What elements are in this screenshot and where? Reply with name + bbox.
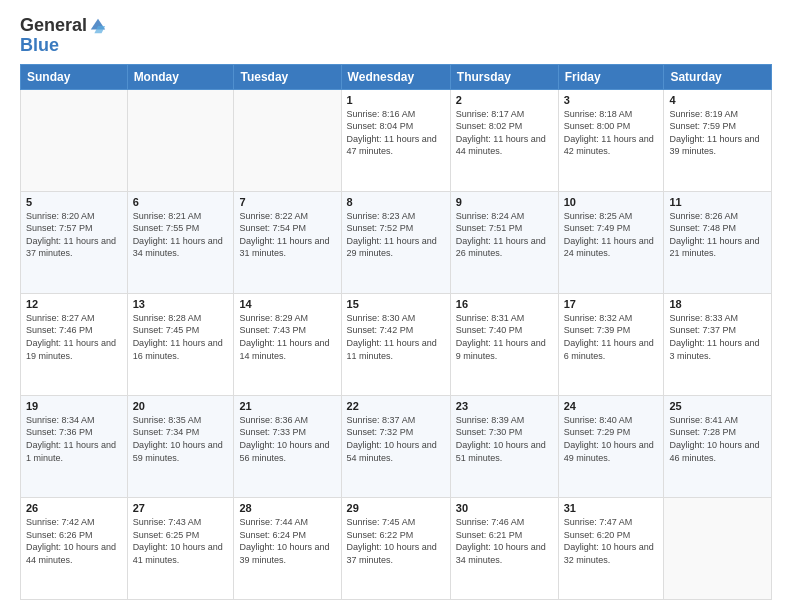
logo-icon xyxy=(89,17,107,35)
day-number: 5 xyxy=(26,196,122,208)
day-number: 29 xyxy=(347,502,445,514)
calendar-day-cell: 5Sunrise: 8:20 AM Sunset: 7:57 PM Daylig… xyxy=(21,191,128,293)
calendar-day-cell: 11Sunrise: 8:26 AM Sunset: 7:48 PM Dayli… xyxy=(664,191,772,293)
day-number: 20 xyxy=(133,400,229,412)
day-info: Sunrise: 8:20 AM Sunset: 7:57 PM Dayligh… xyxy=(26,210,122,260)
calendar-week-row: 26Sunrise: 7:42 AM Sunset: 6:26 PM Dayli… xyxy=(21,497,772,599)
day-info: Sunrise: 7:45 AM Sunset: 6:22 PM Dayligh… xyxy=(347,516,445,566)
day-number: 21 xyxy=(239,400,335,412)
calendar-day-cell: 10Sunrise: 8:25 AM Sunset: 7:49 PM Dayli… xyxy=(558,191,664,293)
calendar-week-row: 1Sunrise: 8:16 AM Sunset: 8:04 PM Daylig… xyxy=(21,89,772,191)
day-info: Sunrise: 8:16 AM Sunset: 8:04 PM Dayligh… xyxy=(347,108,445,158)
day-number: 15 xyxy=(347,298,445,310)
calendar-day-cell: 24Sunrise: 8:40 AM Sunset: 7:29 PM Dayli… xyxy=(558,395,664,497)
day-info: Sunrise: 8:24 AM Sunset: 7:51 PM Dayligh… xyxy=(456,210,553,260)
day-number: 14 xyxy=(239,298,335,310)
calendar-day-cell xyxy=(127,89,234,191)
day-info: Sunrise: 8:39 AM Sunset: 7:30 PM Dayligh… xyxy=(456,414,553,464)
day-number: 4 xyxy=(669,94,766,106)
day-of-week-header: Saturday xyxy=(664,64,772,89)
day-info: Sunrise: 8:32 AM Sunset: 7:39 PM Dayligh… xyxy=(564,312,659,362)
calendar-day-cell: 7Sunrise: 8:22 AM Sunset: 7:54 PM Daylig… xyxy=(234,191,341,293)
day-number: 3 xyxy=(564,94,659,106)
day-number: 30 xyxy=(456,502,553,514)
day-info: Sunrise: 8:27 AM Sunset: 7:46 PM Dayligh… xyxy=(26,312,122,362)
day-number: 27 xyxy=(133,502,229,514)
day-info: Sunrise: 8:30 AM Sunset: 7:42 PM Dayligh… xyxy=(347,312,445,362)
calendar-day-cell xyxy=(21,89,128,191)
day-info: Sunrise: 8:33 AM Sunset: 7:37 PM Dayligh… xyxy=(669,312,766,362)
day-of-week-header: Tuesday xyxy=(234,64,341,89)
day-number: 19 xyxy=(26,400,122,412)
day-number: 26 xyxy=(26,502,122,514)
day-number: 2 xyxy=(456,94,553,106)
calendar-day-cell: 16Sunrise: 8:31 AM Sunset: 7:40 PM Dayli… xyxy=(450,293,558,395)
calendar-day-cell xyxy=(234,89,341,191)
day-info: Sunrise: 8:22 AM Sunset: 7:54 PM Dayligh… xyxy=(239,210,335,260)
day-info: Sunrise: 8:34 AM Sunset: 7:36 PM Dayligh… xyxy=(26,414,122,464)
day-info: Sunrise: 7:47 AM Sunset: 6:20 PM Dayligh… xyxy=(564,516,659,566)
calendar-day-cell: 20Sunrise: 8:35 AM Sunset: 7:34 PM Dayli… xyxy=(127,395,234,497)
calendar-day-cell xyxy=(664,497,772,599)
calendar-day-cell: 27Sunrise: 7:43 AM Sunset: 6:25 PM Dayli… xyxy=(127,497,234,599)
calendar-day-cell: 6Sunrise: 8:21 AM Sunset: 7:55 PM Daylig… xyxy=(127,191,234,293)
day-of-week-header: Wednesday xyxy=(341,64,450,89)
logo-text-line1: General xyxy=(20,16,87,36)
day-of-week-header: Sunday xyxy=(21,64,128,89)
day-info: Sunrise: 8:28 AM Sunset: 7:45 PM Dayligh… xyxy=(133,312,229,362)
calendar-header-row: SundayMondayTuesdayWednesdayThursdayFrid… xyxy=(21,64,772,89)
calendar-day-cell: 14Sunrise: 8:29 AM Sunset: 7:43 PM Dayli… xyxy=(234,293,341,395)
day-info: Sunrise: 8:26 AM Sunset: 7:48 PM Dayligh… xyxy=(669,210,766,260)
day-number: 8 xyxy=(347,196,445,208)
day-number: 28 xyxy=(239,502,335,514)
day-info: Sunrise: 8:35 AM Sunset: 7:34 PM Dayligh… xyxy=(133,414,229,464)
day-number: 12 xyxy=(26,298,122,310)
day-info: Sunrise: 8:31 AM Sunset: 7:40 PM Dayligh… xyxy=(456,312,553,362)
day-info: Sunrise: 8:29 AM Sunset: 7:43 PM Dayligh… xyxy=(239,312,335,362)
day-of-week-header: Friday xyxy=(558,64,664,89)
calendar-day-cell: 3Sunrise: 8:18 AM Sunset: 8:00 PM Daylig… xyxy=(558,89,664,191)
calendar-day-cell: 23Sunrise: 8:39 AM Sunset: 7:30 PM Dayli… xyxy=(450,395,558,497)
calendar-week-row: 5Sunrise: 8:20 AM Sunset: 7:57 PM Daylig… xyxy=(21,191,772,293)
day-number: 16 xyxy=(456,298,553,310)
calendar-day-cell: 8Sunrise: 8:23 AM Sunset: 7:52 PM Daylig… xyxy=(341,191,450,293)
day-number: 9 xyxy=(456,196,553,208)
day-number: 6 xyxy=(133,196,229,208)
calendar-day-cell: 15Sunrise: 8:30 AM Sunset: 7:42 PM Dayli… xyxy=(341,293,450,395)
header: General Blue xyxy=(20,16,772,56)
day-info: Sunrise: 8:37 AM Sunset: 7:32 PM Dayligh… xyxy=(347,414,445,464)
calendar-day-cell: 17Sunrise: 8:32 AM Sunset: 7:39 PM Dayli… xyxy=(558,293,664,395)
calendar-day-cell: 30Sunrise: 7:46 AM Sunset: 6:21 PM Dayli… xyxy=(450,497,558,599)
day-info: Sunrise: 7:43 AM Sunset: 6:25 PM Dayligh… xyxy=(133,516,229,566)
day-of-week-header: Monday xyxy=(127,64,234,89)
calendar-day-cell: 29Sunrise: 7:45 AM Sunset: 6:22 PM Dayli… xyxy=(341,497,450,599)
calendar-day-cell: 9Sunrise: 8:24 AM Sunset: 7:51 PM Daylig… xyxy=(450,191,558,293)
day-info: Sunrise: 8:18 AM Sunset: 8:00 PM Dayligh… xyxy=(564,108,659,158)
day-info: Sunrise: 7:42 AM Sunset: 6:26 PM Dayligh… xyxy=(26,516,122,566)
day-number: 11 xyxy=(669,196,766,208)
calendar-day-cell: 22Sunrise: 8:37 AM Sunset: 7:32 PM Dayli… xyxy=(341,395,450,497)
page: General Blue SundayMondayTuesdayWednesda… xyxy=(0,0,792,612)
day-number: 17 xyxy=(564,298,659,310)
day-info: Sunrise: 7:44 AM Sunset: 6:24 PM Dayligh… xyxy=(239,516,335,566)
day-info: Sunrise: 8:23 AM Sunset: 7:52 PM Dayligh… xyxy=(347,210,445,260)
day-number: 23 xyxy=(456,400,553,412)
day-info: Sunrise: 8:41 AM Sunset: 7:28 PM Dayligh… xyxy=(669,414,766,464)
day-number: 1 xyxy=(347,94,445,106)
day-number: 31 xyxy=(564,502,659,514)
day-info: Sunrise: 8:17 AM Sunset: 8:02 PM Dayligh… xyxy=(456,108,553,158)
calendar-day-cell: 18Sunrise: 8:33 AM Sunset: 7:37 PM Dayli… xyxy=(664,293,772,395)
day-info: Sunrise: 8:19 AM Sunset: 7:59 PM Dayligh… xyxy=(669,108,766,158)
day-number: 18 xyxy=(669,298,766,310)
calendar-day-cell: 26Sunrise: 7:42 AM Sunset: 6:26 PM Dayli… xyxy=(21,497,128,599)
calendar-day-cell: 1Sunrise: 8:16 AM Sunset: 8:04 PM Daylig… xyxy=(341,89,450,191)
day-info: Sunrise: 8:40 AM Sunset: 7:29 PM Dayligh… xyxy=(564,414,659,464)
day-number: 10 xyxy=(564,196,659,208)
day-number: 22 xyxy=(347,400,445,412)
day-number: 13 xyxy=(133,298,229,310)
day-info: Sunrise: 7:46 AM Sunset: 6:21 PM Dayligh… xyxy=(456,516,553,566)
calendar-week-row: 12Sunrise: 8:27 AM Sunset: 7:46 PM Dayli… xyxy=(21,293,772,395)
calendar-day-cell: 4Sunrise: 8:19 AM Sunset: 7:59 PM Daylig… xyxy=(664,89,772,191)
calendar-day-cell: 2Sunrise: 8:17 AM Sunset: 8:02 PM Daylig… xyxy=(450,89,558,191)
day-info: Sunrise: 8:25 AM Sunset: 7:49 PM Dayligh… xyxy=(564,210,659,260)
